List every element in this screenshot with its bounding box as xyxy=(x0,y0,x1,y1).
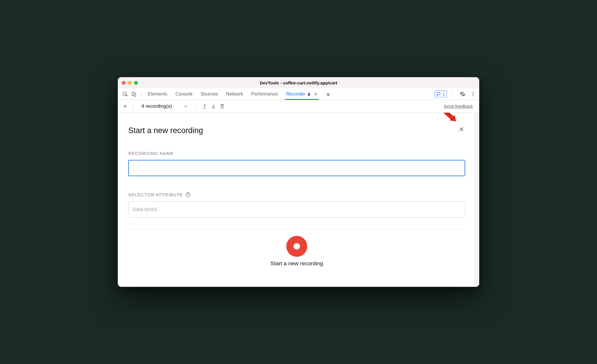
tab-sources[interactable]: Sources xyxy=(201,88,218,100)
svg-point-7 xyxy=(188,195,188,196)
experiment-icon xyxy=(307,92,311,96)
content-scroll[interactable]: Start a new recording RECORDING NAME xyxy=(118,113,475,287)
separator xyxy=(196,103,197,109)
device-toggle-icon[interactable] xyxy=(130,90,138,98)
help-icon[interactable] xyxy=(185,192,191,197)
start-recording-button[interactable] xyxy=(286,236,307,257)
selector-attribute-input[interactable] xyxy=(128,201,465,218)
content-wrap: Start a new recording RECORDING NAME xyxy=(118,113,479,287)
separator xyxy=(133,103,133,109)
svg-point-4 xyxy=(473,93,473,94)
recording-name-group: RECORDING NAME xyxy=(128,151,465,176)
tab-performance[interactable]: Performance xyxy=(251,88,278,100)
dropdown-label: 4 recording(s) xyxy=(141,103,172,109)
tab-label: Sources xyxy=(201,91,218,97)
svg-rect-2 xyxy=(134,93,136,96)
window-minimize-button[interactable] xyxy=(128,81,132,85)
scrollbar[interactable] xyxy=(475,113,479,287)
window-maximize-button[interactable] xyxy=(134,81,138,85)
annotation-arrow-icon xyxy=(441,113,459,124)
tab-recorder[interactable]: Recorder xyxy=(286,88,317,100)
panel-tabs: Elements Console Sources Network Perform… xyxy=(148,88,331,100)
send-feedback-link[interactable]: Send feedback xyxy=(444,104,473,109)
inspect-element-icon[interactable] xyxy=(121,90,129,98)
label-text: SELECTOR ATTRIBUTE xyxy=(128,192,183,197)
start-recording-label: Start a new recording xyxy=(128,260,465,267)
tabs-row: Elements Console Sources Network Perform… xyxy=(118,88,479,100)
issues-count: 1 xyxy=(443,91,445,96)
tab-label: Recorder xyxy=(286,91,305,97)
tab-console[interactable]: Console xyxy=(175,88,193,100)
import-icon[interactable] xyxy=(210,103,217,110)
close-tab-icon[interactable] xyxy=(314,92,317,96)
panel-title: Start a new recording xyxy=(128,126,203,135)
recorder-toolbar: 4 recording(s) Send feedback xyxy=(118,100,479,113)
new-recording-button[interactable] xyxy=(121,103,129,110)
panel-header: Start a new recording xyxy=(128,113,465,135)
export-icon[interactable] xyxy=(201,103,208,110)
separator xyxy=(142,91,142,97)
tab-label: Console xyxy=(175,91,193,97)
window-title: DevTools - coffee-cart.netlify.app/cart xyxy=(118,80,479,85)
selector-attribute-label: SELECTOR ATTRIBUTE xyxy=(128,192,465,197)
tab-label: Elements xyxy=(148,91,167,97)
more-tabs-button[interactable] xyxy=(326,88,331,100)
svg-point-5 xyxy=(473,95,473,96)
tab-label: Performance xyxy=(251,91,278,97)
kebab-menu-icon[interactable] xyxy=(469,90,477,98)
tab-label: Network xyxy=(226,91,243,97)
close-panel-button[interactable] xyxy=(458,126,465,133)
recording-name-input[interactable] xyxy=(128,160,465,176)
tab-elements[interactable]: Elements xyxy=(148,88,167,100)
start-recording-panel: Start a new recording RECORDING NAME xyxy=(118,113,475,270)
recordings-dropdown[interactable]: 4 recording(s) xyxy=(138,102,191,110)
selector-attribute-group: SELECTOR ATTRIBUTE xyxy=(128,192,465,218)
chevron-down-icon xyxy=(184,104,188,108)
recording-name-label: RECORDING NAME xyxy=(128,151,465,156)
record-area: Start a new recording xyxy=(128,229,465,270)
settings-gear-icon[interactable] xyxy=(459,90,466,98)
tabs-right-controls: 1 xyxy=(435,90,477,98)
delete-icon[interactable] xyxy=(218,103,226,110)
issues-button[interactable]: 1 xyxy=(435,91,447,97)
window-controls xyxy=(122,81,138,85)
window-close-button[interactable] xyxy=(122,81,126,85)
devtools-window: DevTools - coffee-cart.netlify.app/cart … xyxy=(118,77,479,287)
tab-network[interactable]: Network xyxy=(226,88,243,100)
svg-point-3 xyxy=(473,92,473,93)
separator xyxy=(453,91,453,97)
window-titlebar: DevTools - coffee-cart.netlify.app/cart xyxy=(118,77,479,88)
